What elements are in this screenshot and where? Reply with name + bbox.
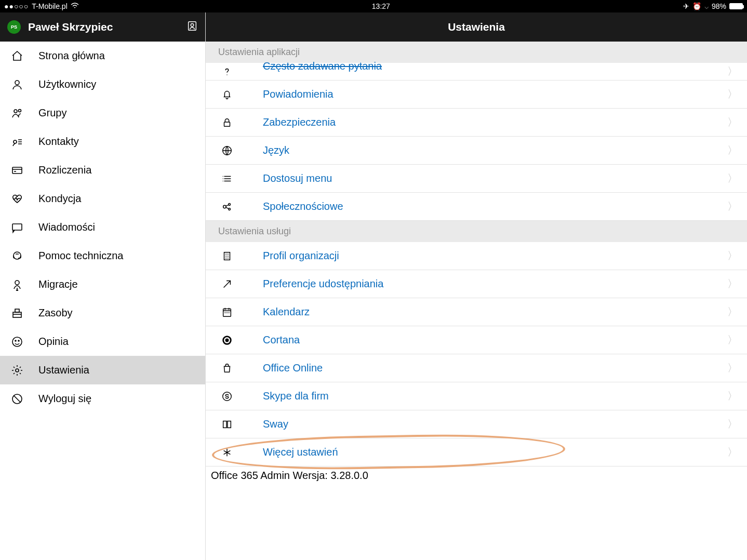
svg-rect-7 [12,224,22,230]
chevron-right-icon: 〉 [727,333,738,347]
svg-rect-17 [224,122,230,126]
sidebar-item-message[interactable]: Wiadomości [0,213,205,242]
profile-icon[interactable] [186,20,198,34]
smile-icon [10,335,24,349]
settings-row-bell[interactable]: Powiadomienia〉 [206,81,747,109]
sidebar-item-label: Grupy [38,107,66,119]
chevron-right-icon: 〉 [727,277,738,291]
settings-row-calendar[interactable]: Kalendarz〉 [206,298,747,326]
row-label: Język [263,144,727,156]
sidebar-item-gear[interactable]: Ustawienia [0,356,205,384]
settings-row-skype[interactable]: Skype dla firm〉 [206,382,747,410]
svg-rect-22 [224,252,230,260]
sway-icon [220,419,234,430]
location-icon: ✈ [683,2,689,10]
sidebar-item-label: Wiadomości [38,221,95,233]
sidebar-item-billing[interactable]: Rozliczenia [0,156,205,184]
skype-icon [220,391,234,402]
sidebar-item-label: Ustawienia [38,364,89,376]
chevron-right-icon: 〉 [727,87,738,101]
svg-point-19 [223,205,226,208]
sidebar-item-resources[interactable]: Zasoby [0,299,205,327]
battery-icon [729,3,743,9]
row-label: Sway [263,418,727,430]
support-icon [10,249,24,263]
svg-rect-11 [15,309,19,312]
settings-row-social[interactable]: Społecznościowe〉 [206,193,747,221]
row-label: Skype dla firm [263,390,727,402]
bell-icon [220,89,234,100]
sidebar-item-health[interactable]: Kondycja [0,184,205,213]
svg-point-4 [19,109,21,112]
sidebar-item-label: Rozliczenia [38,164,91,176]
cortana-icon [220,335,234,346]
settings-row-arrow[interactable]: Preferencje udostępniania〉 [206,270,747,298]
wifi-icon [71,2,79,10]
sidebar-item-smile[interactable]: Opinia [0,327,205,356]
building-icon [220,250,234,262]
bluetooth-icon: ⌵ [704,2,709,10]
chevron-right-icon: 〉 [727,445,738,459]
row-label: Zabezpieczenia [263,116,727,128]
row-label: Preferencje udostępniania [263,278,727,290]
version-footer: Office 365 Admin Wersja: 3.28.0.0 [206,466,747,485]
svg-point-21 [229,208,231,210]
settings-row-lock[interactable]: Zabezpieczenia〉 [206,109,747,137]
social-icon [220,201,234,212]
svg-point-5 [14,140,17,143]
sidebar-item-group[interactable]: Grupy [0,99,205,127]
sidebar-item-label: Strona główna [38,50,105,62]
signal-dots-icon: ●●○○○ [4,2,29,10]
sidebar: PS Paweł Skrzypiec Strona głównaUżytkown… [0,12,206,560]
sidebar-item-contacts[interactable]: Kontakty [0,127,205,156]
sidebar-item-logout[interactable]: Wyloguj się [0,384,205,413]
avatar[interactable]: PS [7,20,21,34]
settings-row-list[interactable]: Dostosuj menu〉 [206,165,747,193]
page-title: Ustawienia [206,12,747,42]
svg-point-13 [15,340,16,341]
settings-row-cortana[interactable]: Cortana〉 [206,326,747,354]
gear-icon [10,364,24,377]
chevron-right-icon: 〉 [727,417,738,431]
svg-point-15 [16,369,19,372]
sidebar-item-user[interactable]: Użytkownicy [0,70,205,99]
chevron-right-icon: 〉 [727,115,738,129]
sidebar-item-label: Zasoby [38,307,73,319]
home-icon [10,49,24,63]
sidebar-item-label: Wyloguj się [38,393,91,405]
health-icon [10,192,24,206]
settings-row-asterisk[interactable]: Więcej ustawień〉 [206,438,747,466]
sidebar-item-label: Kondycja [38,193,81,205]
row-label: Profil organizacji [263,250,727,262]
svg-point-25 [225,339,229,342]
section-header-app: Ustawienia aplikacji [206,42,747,63]
settings-row-globe[interactable]: Język〉 [206,137,747,165]
svg-rect-28 [228,421,231,428]
globe-icon [220,145,234,156]
sidebar-item-migrate[interactable]: Migracje [0,270,205,299]
section-header-service: Ustawienia usługi [206,221,747,242]
question-icon [220,66,234,77]
settings-row-question[interactable]: Często zadawane pytania〉 [206,63,747,81]
row-label: Powiadomienia [263,88,727,100]
sidebar-item-label: Użytkownicy [38,78,96,90]
svg-point-12 [12,337,22,346]
row-label: Office Online [263,362,727,374]
billing-icon [10,164,24,177]
sidebar-item-support[interactable]: Pomoc techniczna [0,242,205,270]
chevron-right-icon: 〉 [727,143,738,157]
svg-point-14 [18,340,19,341]
svg-point-3 [14,110,17,113]
calendar-icon [220,306,234,318]
group-icon [10,106,24,120]
username: Paweł Skrzypiec [28,21,179,33]
asterisk-icon [220,447,234,458]
sidebar-item-home[interactable]: Strona główna [0,42,205,70]
settings-row-sway[interactable]: Sway〉 [206,410,747,438]
message-icon [10,221,24,234]
chevron-right-icon: 〉 [727,249,738,263]
settings-row-building[interactable]: Profil organizacji〉 [206,242,747,270]
settings-row-bag[interactable]: Office Online〉 [206,354,747,382]
list-icon [220,173,234,184]
contacts-icon [10,135,24,149]
